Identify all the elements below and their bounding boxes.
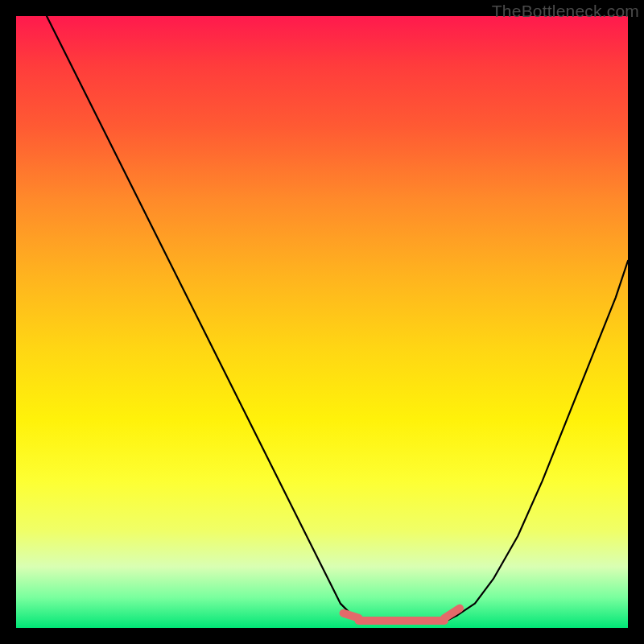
chart-frame: TheBottleneck.com <box>0 0 644 644</box>
chart-svg <box>16 16 628 628</box>
curve-layer <box>47 16 628 621</box>
plot-area <box>16 16 628 628</box>
marker-layer <box>344 609 460 621</box>
series-curve-right <box>456 261 628 616</box>
valley-marker-right <box>444 609 460 618</box>
watermark-text: TheBottleneck.com <box>492 2 639 21</box>
series-curve-left <box>47 16 353 616</box>
